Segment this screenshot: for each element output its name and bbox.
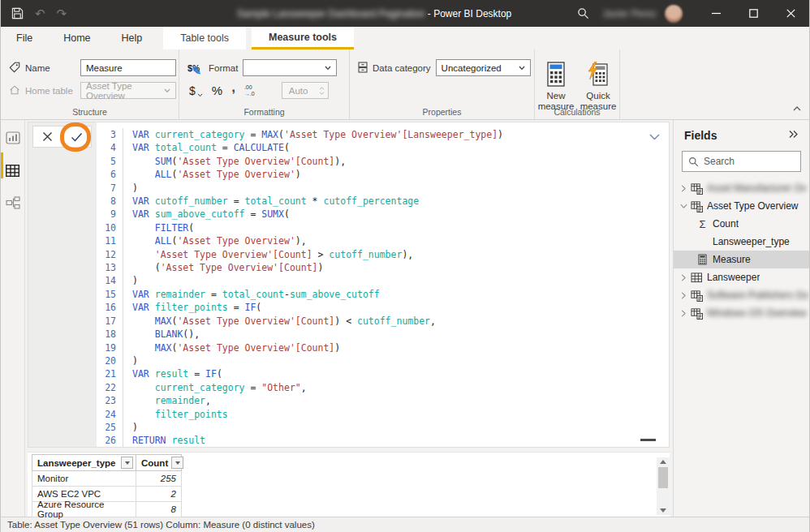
field-tree-item[interactable]: Software Publishers Do bbox=[674, 286, 809, 304]
report-view-icon[interactable] bbox=[4, 130, 22, 146]
code-line[interactable]: 24 filter_points bbox=[97, 408, 669, 421]
save-icon[interactable] bbox=[11, 7, 24, 19]
code-line[interactable]: 20) bbox=[97, 354, 669, 367]
search-input[interactable] bbox=[704, 156, 785, 167]
code-line[interactable]: 18 BLANK(), bbox=[97, 328, 669, 341]
redo-icon[interactable]: ↷ bbox=[57, 7, 67, 19]
column-header[interactable]: Count bbox=[136, 454, 182, 471]
chevron-right-icon[interactable] bbox=[679, 185, 688, 192]
cancel-icon[interactable] bbox=[33, 127, 62, 147]
name-row: Name bbox=[9, 58, 179, 77]
code-line[interactable]: 21VAR result = IF( bbox=[97, 367, 669, 380]
avatar[interactable] bbox=[665, 5, 683, 23]
filter-dropdown-icon[interactable] bbox=[171, 457, 183, 469]
code-line[interactable]: 9VAR sum_above_cutoff = SUMX( bbox=[97, 208, 669, 221]
chevron-right-icon[interactable] bbox=[679, 292, 688, 299]
new-measure-button[interactable]: New measure bbox=[536, 59, 576, 112]
decimal-places-icon[interactable]: .00→.0 bbox=[244, 84, 255, 97]
field-tree-item[interactable]: Asset Type Overview bbox=[674, 197, 809, 215]
code-line[interactable]: 26RETURN result bbox=[97, 434, 669, 447]
code-lines: 3VAR current_category = MAX('Asset Type … bbox=[97, 128, 669, 447]
count-cell[interactable]: 255 bbox=[136, 471, 182, 487]
currency-format-icon[interactable]: $ bbox=[189, 84, 203, 97]
scroll-up-arrow[interactable] bbox=[660, 460, 666, 464]
field-tree-item[interactable]: ΣCount bbox=[674, 215, 809, 233]
chevron-right-icon[interactable] bbox=[679, 310, 688, 317]
column-header[interactable]: Lansweeper_type bbox=[32, 454, 136, 471]
code-line[interactable]: 23 remainder, bbox=[97, 394, 669, 407]
code-line[interactable]: 5 SUM('Asset Type Overview'[Count]), bbox=[97, 155, 669, 168]
model-view-icon[interactable] bbox=[4, 195, 22, 211]
code-line[interactable]: 10 FILTER( bbox=[97, 221, 669, 234]
fields-search-box[interactable] bbox=[682, 151, 801, 172]
thousands-separator-icon[interactable]: , bbox=[231, 85, 235, 91]
code-line[interactable]: 16VAR filter_points = IF( bbox=[97, 301, 669, 314]
tab-table-tools[interactable]: Table tools bbox=[163, 27, 246, 49]
code-line[interactable]: 6 ALL('Asset Type Overview') bbox=[97, 168, 669, 181]
code-line[interactable]: 25) bbox=[97, 421, 669, 434]
minimize-button[interactable] bbox=[697, 0, 735, 27]
tab-home[interactable]: Home bbox=[48, 27, 106, 49]
data-view-icon[interactable] bbox=[4, 162, 22, 178]
field-tree-item[interactable]: Asset Manufacturer Ov bbox=[674, 179, 809, 197]
tab-measure-tools[interactable]: Measure tools bbox=[252, 27, 354, 49]
tab-help[interactable]: Help bbox=[106, 27, 158, 49]
code-line[interactable]: 13 ('Asset Type Overview'[Count]) bbox=[97, 261, 669, 274]
collapse-double-chevron-icon[interactable] bbox=[788, 130, 799, 141]
collapse-ribbon-icon[interactable] bbox=[793, 100, 801, 114]
measure-name-input[interactable] bbox=[80, 59, 176, 76]
code-line[interactable]: 12 'Asset Type Overview'[Count] > cutoff… bbox=[97, 248, 669, 261]
spinner-arrows[interactable] bbox=[319, 87, 325, 95]
field-tree-item[interactable]: Lansweeper bbox=[674, 268, 809, 286]
horizontal-scrollbar-thumb[interactable] bbox=[640, 439, 656, 441]
decimal-places-spinner[interactable]: Auto bbox=[282, 82, 329, 99]
close-button[interactable] bbox=[772, 0, 809, 27]
formula-bar-expand-chevron-icon[interactable] bbox=[649, 129, 660, 144]
code-line[interactable]: 17 MAX('Asset Type Overview'[Count]) < c… bbox=[97, 315, 669, 328]
code-text: ) bbox=[123, 421, 138, 434]
table-vertical-scrollbar[interactable] bbox=[657, 457, 670, 515]
line-number: 12 bbox=[97, 248, 123, 261]
field-tree-item[interactable]: Measure bbox=[674, 251, 809, 268]
chevron-right-icon[interactable] bbox=[679, 274, 688, 281]
code-line[interactable]: 22 current_category = "Other", bbox=[97, 381, 669, 394]
code-line[interactable]: 14) bbox=[97, 274, 669, 287]
lansweeper-type-cell[interactable]: Azure Resource Group bbox=[32, 502, 136, 517]
signed-in-user[interactable]: Javier Perez bbox=[602, 8, 657, 19]
undo-icon[interactable]: ↶ bbox=[35, 7, 45, 19]
code-line[interactable]: 7) bbox=[97, 182, 669, 195]
field-tree-item[interactable]: Lansweeper_type bbox=[674, 233, 809, 251]
percent-format-icon[interactable]: % bbox=[212, 84, 222, 97]
code-text: VAR remainder = total_count-sum_above_cu… bbox=[123, 288, 380, 301]
count-cell[interactable]: 2 bbox=[136, 487, 182, 502]
search-icon[interactable] bbox=[577, 7, 589, 19]
data-category-select[interactable]: Uncategorized bbox=[436, 59, 531, 76]
count-cell[interactable]: 8 bbox=[136, 502, 182, 517]
format-select[interactable] bbox=[243, 59, 337, 76]
code-line[interactable]: 3VAR current_category = MAX('Asset Type … bbox=[97, 128, 669, 141]
line-number: 10 bbox=[97, 221, 123, 234]
field-tree-item[interactable]: Windows OS Overview bbox=[674, 304, 809, 322]
home-table-select[interactable]: Asset Type Overview bbox=[80, 82, 176, 99]
table-row[interactable]: Monitor255 bbox=[32, 471, 182, 487]
code-line[interactable]: 15VAR remainder = total_count-sum_above_… bbox=[97, 288, 669, 301]
lansweeper-type-cell[interactable]: Monitor bbox=[32, 471, 136, 487]
line-number: 25 bbox=[97, 421, 123, 434]
maximize-button[interactable] bbox=[735, 0, 772, 27]
code-line[interactable]: 8VAR cutoff_number = total_count * cutof… bbox=[97, 195, 669, 208]
field-item-label: Count bbox=[713, 218, 739, 230]
commit-check-icon[interactable] bbox=[62, 127, 92, 147]
tab-file[interactable]: File bbox=[1, 27, 48, 49]
code-line[interactable]: 11 ALL('Asset Type Overview'), bbox=[97, 234, 669, 247]
scroll-down-arrow[interactable] bbox=[660, 508, 666, 513]
table-row[interactable]: Azure Resource Group8 bbox=[32, 502, 182, 517]
chevron-down-icon[interactable] bbox=[679, 203, 688, 209]
code-text: VAR total_count = CALCULATE( bbox=[123, 141, 290, 154]
filter-dropdown-icon[interactable] bbox=[121, 457, 133, 469]
code-line[interactable]: 19 MAX('Asset Type Overview'[Count]) bbox=[97, 341, 669, 354]
code-line[interactable]: 4VAR total_count = CALCULATE( bbox=[97, 141, 669, 154]
dax-formula-editor[interactable]: 3VAR current_category = MAX('Asset Type … bbox=[28, 122, 670, 448]
scrollbar-thumb[interactable] bbox=[658, 467, 668, 488]
quick-measure-button[interactable]: Quick measure bbox=[578, 59, 618, 112]
code-editor-body[interactable]: 3VAR current_category = MAX('Asset Type … bbox=[97, 122, 669, 447]
